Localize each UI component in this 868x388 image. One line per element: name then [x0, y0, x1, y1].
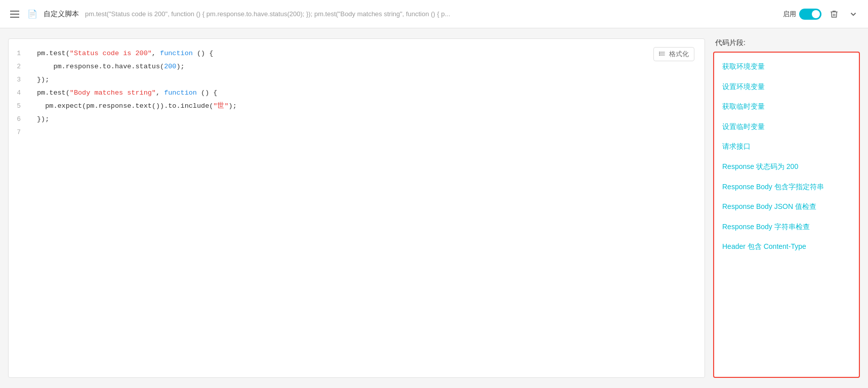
script-preview: pm.test("Status code is 200", function (…: [85, 10, 777, 18]
editor-toolbar: 格式化: [647, 43, 700, 65]
main-content: 格式化 1 2 3 4 5 6 7 pm.test("Status code i…: [0, 28, 868, 388]
code-line-7: [37, 126, 696, 139]
code-line-3: });: [37, 73, 696, 87]
toggle-label: 启用: [783, 10, 796, 19]
delete-button[interactable]: [828, 8, 841, 21]
svg-point-0: [659, 52, 660, 52]
snippet-item-status-200[interactable]: Response 状态码为 200: [714, 157, 859, 177]
code-line-4: pm.test("Body matches string", function …: [37, 87, 696, 100]
line-numbers: 1 2 3 4 5 6 7: [9, 47, 29, 369]
snippet-item-get-env[interactable]: 获取环境变量: [714, 57, 859, 77]
code-line-6: });: [37, 113, 696, 126]
code-editor: 格式化 1 2 3 4 5 6 7 pm.test("Status code i…: [8, 38, 705, 378]
format-button[interactable]: 格式化: [653, 47, 694, 61]
snippets-panel: 代码片段: 获取环境变量 设置环境变量 获取临时变量 设置临时变量 请求接口 R…: [713, 38, 860, 378]
snippet-item-body-string-check[interactable]: Response Body 字符串检查: [714, 217, 859, 237]
page-title: 自定义脚本: [44, 10, 79, 19]
snippet-item-get-temp[interactable]: 获取临时变量: [714, 97, 859, 117]
snippets-label: 代码片段:: [713, 38, 860, 48]
format-icon: [659, 50, 666, 59]
menu-icon[interactable]: [8, 9, 21, 20]
snippets-list: 获取环境变量 设置环境变量 获取临时变量 设置临时变量 请求接口 Respons…: [713, 52, 860, 378]
snippet-item-header-content-type[interactable]: Header 包含 Content-Type: [714, 237, 859, 257]
toggle-container: 启用: [783, 9, 821, 20]
code-line-1: pm.test("Status code is 200", function (…: [37, 47, 696, 60]
code-area[interactable]: 1 2 3 4 5 6 7 pm.test("Status code is 20…: [9, 39, 705, 377]
code-line-2: pm.response.to.have.status(200);: [37, 60, 696, 73]
chevron-down-button[interactable]: [847, 8, 860, 21]
code-line-5: pm.expect(pm.response.text()).to.include…: [37, 100, 696, 113]
snippet-item-set-temp[interactable]: 设置临时变量: [714, 117, 859, 137]
svg-point-2: [659, 55, 660, 55]
svg-point-1: [659, 53, 660, 54]
enable-toggle[interactable]: [799, 9, 821, 20]
snippet-item-request[interactable]: 请求接口: [714, 137, 859, 157]
snippet-item-set-env[interactable]: 设置环境变量: [714, 77, 859, 97]
snippet-item-body-contains-string[interactable]: Response Body 包含字指定符串: [714, 177, 859, 197]
code-content[interactable]: pm.test("Status code is 200", function (…: [29, 47, 705, 369]
snippet-item-body-json-check[interactable]: Response Body JSON 值检查: [714, 197, 859, 217]
format-label: 格式化: [669, 50, 689, 59]
file-icon: 📄: [27, 9, 37, 19]
top-bar: 📄 自定义脚本 pm.test("Status code is 200", fu…: [0, 0, 868, 28]
